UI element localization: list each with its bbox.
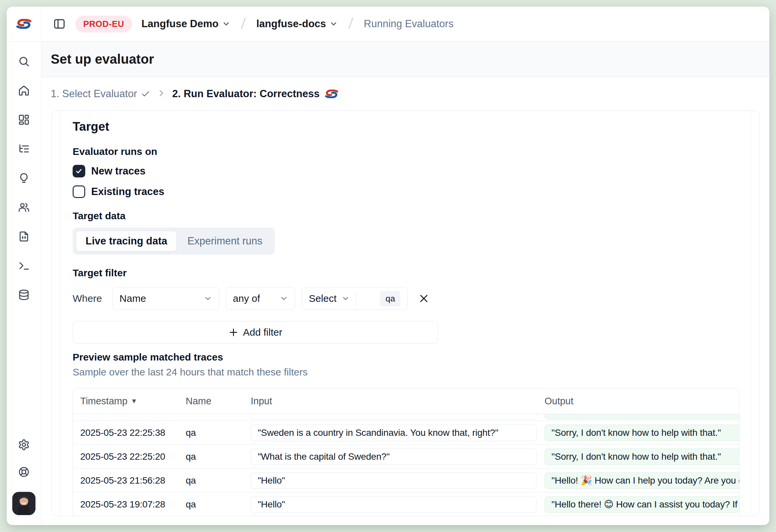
evaluator-form-card: Target Evaluator runs on New traces Exis… (51, 111, 759, 516)
database-icon (18, 289, 30, 301)
name-cell: qa (186, 452, 251, 462)
preview-heading: Preview sample matched traces (73, 351, 740, 363)
new-traces-row: New traces (73, 164, 740, 178)
chevron-right-icon (157, 89, 166, 98)
timestamp-header-label: Timestamp (80, 396, 127, 407)
column-header-name: Name (186, 396, 251, 407)
org-logo[interactable] (7, 7, 41, 41)
output-cell-partial (545, 414, 739, 419)
target-data-tabs: Live tracing data Experiment runs (73, 227, 275, 255)
filter-row: Where Name any of Select (73, 287, 740, 310)
target-data-label: Target data (73, 210, 740, 222)
chevron-down-icon (329, 20, 338, 28)
existing-traces-checkbox[interactable] (73, 185, 85, 198)
filter-column-select[interactable]: Name (113, 287, 219, 310)
output-cell: "Sorry, I don't know how to help with th… (545, 449, 739, 465)
sidebar-nav (17, 54, 31, 302)
sidebar-item-search[interactable] (17, 54, 31, 69)
chevron-down-icon (222, 20, 230, 28)
gear-icon (18, 439, 30, 451)
step-run-evaluator: 2. Run Evaluator: Correctness (172, 88, 338, 100)
existing-traces-row: Existing traces (73, 184, 740, 199)
add-filter-label: Add filter (243, 327, 282, 338)
avatar-photo (12, 492, 35, 515)
breadcrumb-project[interactable]: langfuse-docs (256, 18, 338, 30)
app-window: PROD-EU Langfuse Demo langfuse-docs Runn… (7, 7, 769, 525)
timestamp-cell: 2025-05-23 22:25:20 (80, 452, 186, 462)
environment-badge[interactable]: PROD-EU (75, 16, 132, 32)
chevron-down-icon (204, 294, 212, 303)
tab-live-tracing-data[interactable]: Live tracing data (76, 231, 177, 251)
new-traces-checkbox[interactable] (73, 165, 85, 177)
sidebar-item-dashboards[interactable] (17, 113, 31, 127)
column-header-output: Output (545, 396, 739, 407)
filter-operator-select[interactable]: any of (226, 287, 295, 310)
input-cell: "Sweden is a country in Scandinavia. You… (251, 424, 537, 441)
sidebar-item-home[interactable] (17, 83, 31, 98)
table-row[interactable]: 2025-05-23 22:25:20 qa "What is the capi… (73, 445, 739, 469)
sidebar-item-datasets[interactable] (17, 288, 31, 302)
input-cell: "Hello" (251, 472, 537, 489)
chevron-down-icon (341, 294, 350, 303)
existing-traces-label: Existing traces (91, 186, 165, 198)
page-title: Set up evaluator (51, 52, 154, 67)
chevron-down-icon (279, 294, 288, 303)
runs-on-label: Evaluator runs on (73, 145, 740, 158)
select-divider (356, 291, 356, 306)
sidebar-item-playground[interactable] (17, 258, 31, 273)
sidebar-item-tracing[interactable] (17, 142, 31, 156)
timestamp-cell: 2025-05-23 19:07:28 (80, 499, 186, 510)
remove-filter-button[interactable] (416, 291, 431, 306)
page-header: Set up evaluator (41, 41, 769, 77)
step1-label: 1. Select Evaluator (51, 88, 137, 100)
input-cell: "What is the capital of Sweden?" (251, 449, 537, 465)
breadcrumb-current-page: Running Evaluators (364, 18, 454, 30)
where-label: Where (73, 293, 102, 304)
home-icon (18, 84, 30, 97)
settings-button[interactable] (17, 437, 31, 452)
preview-table: Timestamp ▼ Name Input Output (73, 388, 740, 516)
timestamp-cell: 2025-05-23 22:25:38 (80, 427, 186, 438)
sidebar-toggle-button[interactable] (52, 17, 67, 31)
evaluator-logo-icon (325, 90, 338, 98)
project-name: langfuse-docs (256, 18, 326, 30)
dashboard-icon (18, 114, 30, 126)
file-code-icon (18, 230, 30, 242)
table-row[interactable]: 2025-05-23 21:56:28 qa "Hello" "Hello! 🎉… (73, 469, 739, 493)
input-cell-partial (251, 414, 537, 419)
knot-logo-icon (16, 19, 31, 29)
check-icon (75, 167, 83, 175)
filter-value-chip[interactable]: qa (380, 291, 400, 307)
column-header-timestamp[interactable]: Timestamp ▼ (80, 396, 186, 407)
output-cell: "Hello there! 😊 How can I assist you tod… (545, 496, 739, 513)
breadcrumb-separator (238, 17, 249, 31)
table-header-row: Timestamp ▼ Name Input Output (73, 388, 739, 414)
filter-column-value: Name (120, 293, 146, 304)
list-tree-icon (18, 143, 30, 155)
close-icon (418, 293, 429, 304)
breadcrumb-org[interactable]: Langfuse Demo (141, 18, 230, 30)
sidebar-item-evaluation[interactable] (17, 171, 31, 185)
table-row[interactable]: 2025-05-23 19:07:28 qa "Hello" "Hello th… (73, 493, 739, 516)
name-cell: qa (186, 475, 251, 486)
table-row[interactable]: 2025-05-23 22:25:38 qa "Sweden is a coun… (73, 421, 739, 445)
org-name: Langfuse Demo (141, 18, 218, 30)
filter-value-select[interactable]: Select qa (302, 287, 408, 310)
plus-icon (228, 327, 238, 337)
top-navigation-bar: PROD-EU Langfuse Demo langfuse-docs Runn… (41, 7, 769, 41)
sidebar-item-users[interactable] (17, 200, 31, 215)
check-icon (141, 89, 150, 99)
name-cell: qa (186, 499, 251, 510)
breadcrumb-separator (345, 17, 357, 31)
sidebar-bottom (12, 437, 35, 525)
step-select-evaluator[interactable]: 1. Select Evaluator (51, 88, 150, 100)
lightbulb-icon (18, 172, 30, 184)
tab-experiment-runs[interactable]: Experiment runs (178, 231, 271, 251)
target-section-heading: Target (73, 120, 740, 134)
sidebar-item-docs[interactable] (17, 229, 31, 244)
search-icon (18, 55, 30, 67)
name-cell: qa (186, 427, 251, 438)
support-button[interactable] (17, 465, 31, 479)
user-avatar[interactable] (12, 492, 35, 515)
add-filter-button[interactable]: Add filter (73, 321, 438, 344)
